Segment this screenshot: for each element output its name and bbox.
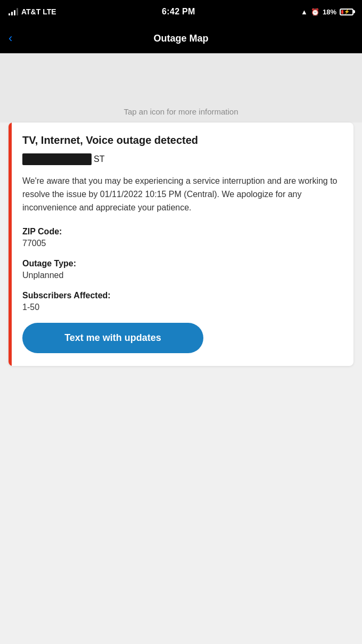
time-label: 6:42 PM [162, 7, 195, 17]
page-title: Outage Map [153, 33, 208, 44]
zip-code-label: ZIP Code: [22, 227, 343, 237]
status-left: AT&T LTE [9, 7, 56, 16]
address-redacted [22, 153, 92, 165]
tap-hint-label: Tap an icon for more information [124, 107, 238, 116]
battery-bolt-icon: ⚡ [344, 9, 350, 14]
outage-card: TV, Internet, Voice outage detected ST W… [9, 123, 353, 366]
location-icon: ▲ [301, 8, 308, 16]
outage-type-value: Unplanned [22, 271, 343, 280]
address-row: ST [22, 153, 343, 165]
outage-type-section: Outage Type: Unplanned [22, 259, 343, 280]
outage-type-label: Outage Type: [22, 259, 343, 268]
subscribers-label: Subscribers Affected: [22, 291, 343, 300]
signal-icon [9, 8, 18, 15]
battery-icon: ⚡ [340, 9, 353, 15]
zip-code-section: ZIP Code: 77005 [22, 227, 343, 248]
address-suffix: ST [94, 154, 104, 164]
zip-code-value: 77005 [22, 239, 343, 248]
map-area: Tap an icon for more information [0, 53, 362, 123]
back-button[interactable]: ‹ [9, 32, 12, 44]
battery-percent-label: 18% [323, 8, 336, 16]
subscribers-section: Subscribers Affected: 1-50 [22, 291, 343, 312]
outage-description: We're aware that you may be experiencing… [22, 175, 343, 214]
subscribers-value: 1-50 [22, 303, 343, 312]
status-bar: AT&T LTE 6:42 PM ▲ ⏰ 18% ⚡ [0, 0, 362, 23]
card-wrapper: TV, Internet, Voice outage detected ST W… [0, 123, 362, 379]
status-right: ▲ ⏰ 18% ⚡ [301, 8, 353, 16]
network-type-label: LTE [43, 7, 56, 16]
alarm-icon: ⏰ [311, 8, 319, 16]
carrier-label: AT&T [21, 7, 40, 16]
text-updates-button[interactable]: Text me with updates [22, 323, 203, 353]
outage-title: TV, Internet, Voice outage detected [22, 133, 343, 147]
nav-bar: ‹ Outage Map [0, 23, 362, 53]
card-content: TV, Internet, Voice outage detected ST W… [12, 123, 353, 366]
